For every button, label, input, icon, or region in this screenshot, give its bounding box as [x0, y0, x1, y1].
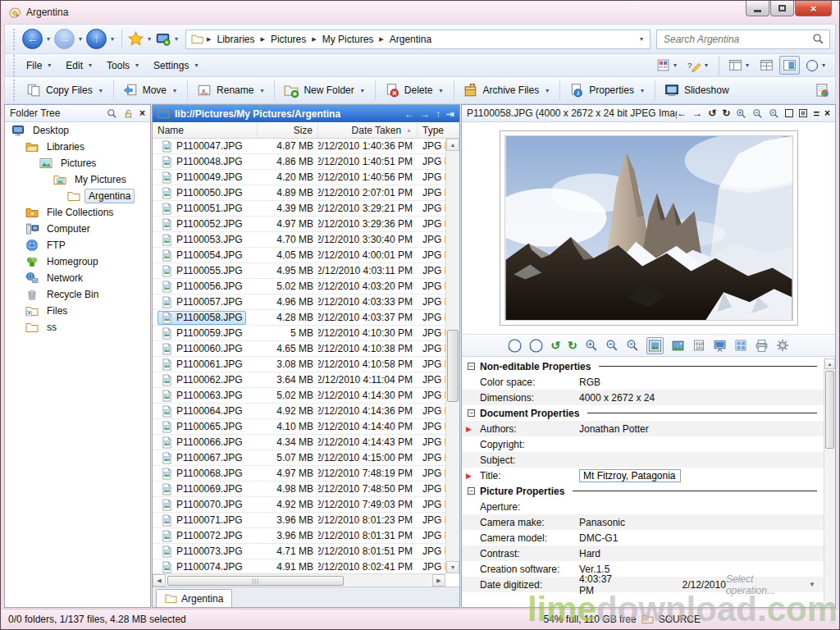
table-row[interactable]: P1100049.JPG4.20 MB2/12/2010 1:40:56 PMJ…	[153, 170, 445, 185]
favorites-dropdown[interactable]: ▾	[146, 35, 153, 43]
search-input[interactable]	[662, 33, 812, 46]
metadata-field[interactable]: Color space:RGB	[462, 374, 824, 390]
table-row[interactable]: P1100068.JPG4.97 MB2/12/2010 7:48:19 PMJ…	[153, 466, 445, 482]
customize-toolbar-icon[interactable]	[815, 83, 830, 98]
viewer-next-icon[interactable]: →	[692, 107, 702, 119]
search-icon[interactable]	[812, 33, 824, 45]
resize-grip[interactable]: ∷	[829, 618, 835, 626]
viewer-close-icon[interactable]: ×	[824, 107, 830, 119]
tree-item-libraries[interactable]: Libraries	[5, 139, 150, 155]
rotate-left-button[interactable]: ↺	[550, 340, 560, 351]
table-row[interactable]: P1100053.JPG4.70 MB2/12/2010 3:30:40 PMJ…	[153, 232, 445, 248]
back-dropdown[interactable]: ▾	[45, 35, 52, 43]
metadata-field[interactable]: ▶Title:	[462, 468, 824, 483]
viewer-menu-icon[interactable]: =	[813, 107, 819, 120]
new-folder-button[interactable]: New Folder▾	[277, 80, 372, 101]
breadcrumb-dropdown[interactable]: ▾	[638, 35, 645, 43]
table-row[interactable]: P1100064.JPG4.92 MB2/12/2010 4:14:36 PMJ…	[153, 404, 445, 419]
viewer-pane-button[interactable]	[779, 56, 800, 75]
favorites-star-icon[interactable]	[128, 31, 144, 47]
metadata-field[interactable]: Dimensions:4000 x 2672 x 24	[462, 390, 824, 405]
tree-close-icon[interactable]: ×	[139, 107, 145, 119]
tree-find-icon[interactable]	[107, 108, 117, 119]
table-row[interactable]: P1100071.JPG3.96 MB2/12/2010 8:01:23 PMJ…	[153, 513, 445, 528]
breadcrumb[interactable]: ▶Libraries▶Pictures▶My Pictures▶Argentin…	[185, 30, 651, 49]
menu-file[interactable]: File▾	[20, 57, 59, 74]
table-row[interactable]: P1100065.JPG4.10 MB2/12/2010 4:14:40 PMJ…	[153, 419, 445, 435]
table-row[interactable]: P1100061.JPG3.08 MB2/12/2010 4:10:58 PMJ…	[153, 357, 445, 372]
column-header-name[interactable]: Name	[153, 122, 258, 138]
table-row[interactable]: P1100052.JPG4.97 MB2/12/2010 3:29:36 PMJ…	[153, 217, 445, 232]
tree-item-pictures[interactable]: Pictures	[5, 155, 150, 171]
path-last-icon[interactable]: ⇥	[446, 108, 454, 120]
back-button[interactable]: ←	[22, 29, 43, 49]
zoom-in-button[interactable]	[585, 339, 598, 352]
viewer-rotate-left-icon[interactable]: ↺	[708, 108, 716, 118]
table-row[interactable]: P1100059.JPG5 MB2/12/2010 4:10:30 PMJPG …	[153, 326, 445, 341]
metadata-scrollbar[interactable]: ▲	[824, 358, 835, 607]
collapse-icon[interactable]: −	[468, 363, 475, 370]
table-row[interactable]: P1100070.JPG4.92 MB2/12/2010 7:49:03 PMJ…	[153, 497, 445, 513]
metadata-field[interactable]: Camera model:DMC-G1	[462, 530, 824, 546]
table-row[interactable]: P1100050.JPG4.89 MB2/12/2010 2:07:01 PMJ…	[153, 185, 445, 201]
column-header-type[interactable]: Type	[418, 122, 459, 138]
scroll-left-arrow[interactable]: ◀	[153, 574, 166, 587]
minimize-button[interactable]	[746, 1, 769, 16]
viewer-rotate-right-icon[interactable]: ↻	[722, 108, 730, 118]
table-row[interactable]: P1100057.JPG4.96 MB2/12/2010 4:03:33 PMJ…	[153, 294, 445, 310]
up-dropdown[interactable]: ▾	[109, 35, 116, 43]
delete-button[interactable]: Delete▾	[378, 80, 451, 101]
path-up-icon[interactable]: ↑	[436, 108, 441, 120]
table-row[interactable]: P1100067.JPG5.07 MB2/12/2010 4:15:00 PMJ…	[153, 450, 445, 466]
menu-settings[interactable]: Settings▾	[147, 57, 206, 74]
table-row[interactable]: P1100058.JPG4.28 MB2/12/2010 4:03:37 PMJ…	[153, 310, 445, 326]
close-button[interactable]: ×	[795, 1, 832, 16]
scroll-down-arrow[interactable]: ▼	[446, 561, 459, 573]
viewer-window-icon[interactable]	[785, 109, 793, 117]
toolbar-grip[interactable]	[13, 29, 16, 50]
tree-item-homegroup[interactable]: Homegroup	[5, 253, 150, 270]
table-row[interactable]: P1100051.JPG4.39 MB2/12/2010 3:29:21 PMJ…	[153, 201, 445, 217]
metadata-field[interactable]: ▶Authors:Jonathan Potter	[462, 421, 824, 436]
tree-item-network[interactable]: Network	[5, 270, 150, 286]
inline-rename-button[interactable]: ▾	[684, 56, 713, 75]
path-bar[interactable]: lib://Pictures/My Pictures/Argentina ← →…	[153, 105, 459, 122]
tree-item-argentina[interactable]: Argentina	[5, 188, 150, 204]
table-row[interactable]: P1100074.JPG4.91 MB2/12/2010 8:02:41 PMJ…	[153, 559, 445, 573]
table-row[interactable]: P1100072.JPG3.96 MB2/12/2010 8:01:31 PMJ…	[153, 528, 445, 544]
zoom-reset-button[interactable]	[626, 339, 639, 352]
file-list-horizontal-scrollbar[interactable]: ◀ ||| ▶	[153, 573, 445, 587]
tree-item-ss[interactable]: ss	[5, 319, 150, 336]
go-relative-dropdown[interactable]: ▾	[173, 35, 180, 43]
copy-files-button[interactable]: Copy Files▾	[20, 80, 111, 101]
go-relative-icon[interactable]	[155, 31, 171, 47]
table-row[interactable]: P1100055.JPG4.95 MB2/12/2010 4:03:11 PMJ…	[153, 263, 445, 279]
properties-button[interactable]: Properties▾	[563, 80, 652, 101]
scroll-up-arrow[interactable]: ▲	[824, 358, 835, 369]
search-box[interactable]	[656, 30, 830, 49]
fit-to-view-button[interactable]	[646, 337, 664, 354]
tree-item-desktop[interactable]: Desktop	[5, 122, 150, 139]
help-button[interactable]: ▾	[802, 57, 830, 75]
metadata-field[interactable]: Subject:	[462, 452, 824, 468]
metadata-field[interactable]: Date digitized:4:03:37 PM2/12/2010Select…	[462, 577, 824, 592]
viewer-maximize-icon[interactable]	[799, 109, 807, 117]
tree-item-file-collections[interactable]: File Collections	[5, 204, 150, 221]
dual-pane-button[interactable]	[756, 56, 777, 75]
column-header-date[interactable]: Date Taken▲	[318, 122, 418, 138]
tree-item-files[interactable]: Files	[5, 303, 150, 319]
operation-dropdown[interactable]: Select operation...▼	[726, 573, 817, 596]
metadata-section-header[interactable]: −Non-editable Properties	[462, 358, 824, 374]
table-row[interactable]: P1100056.JPG5.02 MB2/12/2010 4:03:20 PMJ…	[153, 279, 445, 294]
metadata-field[interactable]: Aperture:	[462, 499, 824, 514]
metadata-field[interactable]: Camera make:Panasonic	[462, 514, 824, 530]
table-row[interactable]: P1100066.JPG4.34 MB2/12/2010 4:14:43 PMJ…	[153, 435, 445, 450]
scroll-thumb[interactable]	[447, 330, 459, 402]
tree-item-my-pictures[interactable]: My Pictures	[5, 171, 150, 188]
collapse-icon[interactable]: −	[468, 409, 475, 417]
path-back-icon[interactable]: ←	[404, 108, 414, 120]
metadata-button[interactable]	[692, 339, 705, 352]
full-image-button[interactable]	[671, 339, 685, 353]
menu-tools[interactable]: Tools▾	[100, 57, 147, 74]
table-row[interactable]: P1100062.JPG3.64 MB2/12/2010 4:11:04 PMJ…	[153, 372, 445, 388]
